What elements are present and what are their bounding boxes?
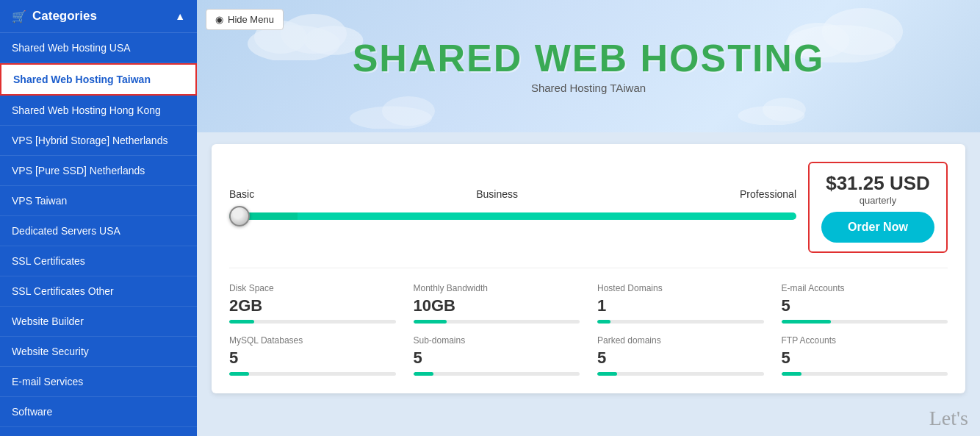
stat-bar-fill — [597, 320, 610, 324]
stat-bar-bg — [597, 320, 764, 324]
banner-title: SHARED WEB HOSTING — [353, 39, 825, 77]
banner-subtitle: Shared Hosting TAiwan — [531, 82, 646, 94]
sidebar-item-ssl-certs-other[interactable]: SSL Certificates Other — [0, 276, 197, 307]
stat-label: Sub-domains — [414, 335, 580, 346]
stat-bar-bg — [597, 372, 764, 376]
stat-item: E-mail Accounts 5 — [782, 283, 948, 324]
stat-label: FTP Accounts — [782, 335, 948, 346]
sidebar-title: Categories — [32, 9, 97, 24]
sidebar-item-website-builder[interactable]: Website Builder — [0, 307, 197, 337]
sidebar-header: 🛒 Categories ▲ — [0, 0, 197, 33]
slider-thumb[interactable] — [229, 206, 250, 226]
sidebar-item-vps-hybrid-nl[interactable]: VPS [Hybrid Storage] Netherlands — [0, 126, 197, 156]
stat-bar-bg — [229, 372, 396, 376]
stat-label: MySQL Databases — [229, 335, 396, 346]
stat-bar-fill — [597, 372, 617, 376]
sidebar-item-software[interactable]: Software — [0, 397, 197, 427]
stat-bar-bg — [414, 372, 580, 376]
stat-item: FTP Accounts 5 — [782, 335, 948, 376]
plan-period: quarterly — [821, 195, 934, 206]
chevron-up-icon: ▲ — [175, 10, 185, 22]
sidebar-item-shared-usa[interactable]: Shared Web Hosting USA — [0, 33, 197, 63]
cloud-decoration-4 — [730, 94, 833, 125]
stat-bar-fill — [414, 320, 447, 324]
order-now-button[interactable]: Order Now — [821, 212, 934, 243]
plan-price: $31.25 USD — [821, 172, 934, 195]
sidebar-item-ssl-certs[interactable]: SSL Certificates — [0, 246, 197, 276]
stat-bar-bg — [229, 320, 396, 324]
stat-label: Hosted Domains — [597, 283, 764, 293]
plan-slider-track — [229, 206, 796, 226]
slider-background — [229, 212, 796, 220]
label-business: Business — [476, 188, 518, 200]
banner: ◉ Hide Menu SHARED WEB HOSTING Shared Ho… — [197, 0, 980, 132]
stat-value: 5 — [229, 349, 396, 368]
stat-item: Monthly Bandwidth 10GB — [414, 283, 580, 324]
sidebar-item-dedicated-usa[interactable]: Dedicated Servers USA — [0, 216, 197, 246]
stat-label: E-mail Accounts — [782, 283, 948, 293]
sidebar-item-vps-taiwan[interactable]: VPS Taiwan — [0, 186, 197, 216]
svg-point-8 — [382, 96, 435, 126]
sidebar-item-shared-taiwan[interactable]: Shared Web Hosting Taiwan — [0, 63, 197, 96]
hide-menu-button[interactable]: ◉ Hide Menu — [206, 9, 284, 30]
label-basic: Basic — [229, 188, 254, 200]
stat-value: 1 — [597, 296, 764, 315]
stat-label: Disk Space — [229, 283, 396, 293]
hide-menu-label: Hide Menu — [228, 14, 274, 25]
main-content: ◉ Hide Menu SHARED WEB HOSTING Shared Ho… — [197, 0, 980, 436]
hide-menu-icon: ◉ — [215, 14, 223, 25]
stat-value: 5 — [782, 296, 948, 315]
stat-item: Hosted Domains 1 — [597, 283, 764, 324]
sidebar-item-vps-ssd-nl[interactable]: VPS [Pure SSD] Netherlands — [0, 156, 197, 186]
stat-bar-fill — [414, 372, 433, 376]
stat-item: MySQL Databases 5 — [229, 335, 396, 376]
stat-bar-fill — [782, 372, 801, 376]
stats-grid: Disk Space 2GB Monthly Bandwidth 10GB Ho… — [229, 268, 948, 376]
stat-value: 5 — [597, 349, 764, 368]
stat-bar-fill — [229, 320, 254, 324]
plan-top: Basic Business Professional $31.25 USD q… — [229, 162, 948, 253]
stat-bar-bg — [782, 320, 948, 324]
sidebar-items-list: Shared Web Hosting USAShared Web Hosting… — [0, 33, 197, 427]
stat-bar-bg — [782, 372, 948, 376]
plan-labels: Basic Business Professional — [229, 188, 796, 200]
stat-value: 10GB — [414, 296, 580, 315]
stat-label: Parked domains — [597, 335, 764, 346]
stat-label: Monthly Bandwidth — [414, 283, 580, 293]
cart-icon: 🛒 — [12, 10, 26, 24]
stat-item: Parked domains 5 — [597, 335, 764, 376]
plan-slider-area: Basic Business Professional — [229, 188, 796, 226]
sidebar: 🛒 Categories ▲ Shared Web Hosting USASha… — [0, 0, 197, 436]
svg-point-10 — [763, 98, 806, 121]
cloud-decoration-3 — [344, 93, 461, 129]
stat-value: 5 — [414, 349, 580, 368]
label-professional: Professional — [740, 188, 796, 200]
stat-value: 2GB — [229, 296, 396, 315]
lets-signature: Let's — [929, 407, 968, 430]
stat-item: Sub-domains 5 — [414, 335, 580, 376]
stat-item: Disk Space 2GB — [229, 283, 396, 324]
sidebar-item-email-services[interactable]: E-mail Services — [0, 367, 197, 397]
plan-card: Basic Business Professional $31.25 USD q… — [212, 144, 965, 393]
sidebar-item-shared-hk[interactable]: Shared Web Hosting Hong Kong — [0, 96, 197, 126]
price-order-box: $31.25 USD quarterly Order Now — [808, 162, 948, 253]
sidebar-item-website-security[interactable]: Website Security — [0, 337, 197, 367]
stat-bar-fill — [782, 320, 832, 324]
stat-value: 5 — [782, 349, 948, 368]
sidebar-header-left: 🛒 Categories — [12, 9, 97, 24]
stat-bar-fill — [229, 372, 249, 376]
stat-bar-bg — [414, 320, 580, 324]
